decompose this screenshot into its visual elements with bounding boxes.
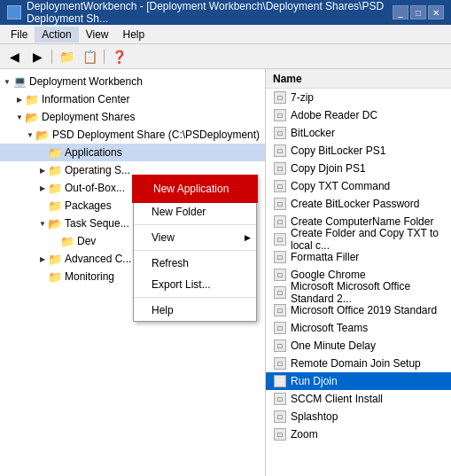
right-item-remote-domain[interactable]: □ Remote Domain Join Setup [266, 355, 451, 372]
maximize-button[interactable]: □ [410, 5, 426, 20]
right-item-adobe-reader[interactable]: □ Adobe Reader DC [266, 106, 451, 124]
right-item-label-computername: Create ComputerName Folder [291, 215, 433, 228]
ctx-new-application[interactable]: New Application [134, 176, 256, 201]
tree-label-psd-deployment: PSD Deployment Share (C:\PSDeployment) [52, 129, 260, 141]
right-item-label-sccm: SCCM Client Install [291, 393, 383, 405]
pc-icon [12, 74, 27, 89]
app-icon-adobe: □ [273, 108, 287, 122]
expander-dev [50, 236, 60, 246]
right-item-label-copy-txt: Copy TXT Command [291, 180, 390, 192]
window-controls: _ □ ✕ [393, 5, 444, 20]
menu-file[interactable]: File [4, 27, 35, 43]
app-icon [7, 5, 21, 20]
right-item-create-folder-copy[interactable]: □ Create Folder and Copy TXT to local c.… [266, 230, 451, 248]
app-icon-create-bitlocker: □ [273, 197, 287, 211]
right-item-label-create-folder: Create Folder and Copy TXT to local c... [291, 227, 444, 252]
right-list: □ 7-zip □ Adobe Reader DC □ BitLocker □ … [266, 89, 451, 476]
expander-deployment-shares: ▼ [14, 112, 25, 122]
expander-packages [37, 200, 48, 211]
right-item-7zip[interactable]: □ 7-zip [266, 89, 451, 106]
tree-item-applications[interactable]: Applications [0, 144, 265, 161]
copy-button[interactable]: 📋 [79, 47, 100, 66]
right-item-label-zoom: Zoom [291, 428, 318, 441]
app-icon-zoom: □ [273, 427, 287, 441]
expander-applications [37, 147, 48, 158]
app-icon-teams: □ [273, 321, 287, 335]
forward-button[interactable]: ▶ [27, 47, 48, 66]
app-icon-splashtop: □ [273, 410, 287, 424]
right-item-create-bitlocker[interactable]: □ Create BitLocker Password [266, 195, 451, 213]
title-bar: DeploymentWorkbench - [Deployment Workbe… [0, 0, 451, 25]
folder-button[interactable]: 📁 [56, 47, 77, 66]
expander-operating-systems: ▶ [37, 165, 48, 176]
folder-icon-task-seq [48, 216, 62, 230]
folder-icon-os [48, 163, 62, 177]
menu-view[interactable]: View [79, 27, 116, 43]
right-item-label-office2: Microsoft Microsoft Office Standard 2... [291, 280, 444, 305]
tree-item-deployment-workbench[interactable]: ▼ Deployment Workbench [0, 73, 265, 90]
ctx-separator-1 [134, 224, 256, 225]
tree-item-deployment-shares[interactable]: ▼ Deployment Shares [0, 108, 265, 126]
folder-icon-psd [35, 128, 50, 142]
right-item-label-office2019: Microsoft Office 2019 Standard [291, 304, 437, 316]
folder-icon-oob [48, 181, 62, 195]
right-item-copy-djoin[interactable]: □ Copy Djoin PS1 [266, 160, 451, 177]
menu-action[interactable]: Action [35, 27, 78, 43]
menu-help[interactable]: Help [116, 27, 152, 43]
tree-label-dev: Dev [77, 235, 96, 247]
right-item-copy-bitlocker[interactable]: □ Copy BitLocker PS1 [266, 142, 451, 160]
app-icon-office2019: □ [273, 303, 287, 317]
right-item-copy-txt[interactable]: □ Copy TXT Command [266, 177, 451, 195]
right-item-zoom[interactable]: □ Zoom [266, 425, 451, 443]
app-icon-computername: □ [273, 215, 287, 229]
left-pane: ▼ Deployment Workbench ▶ Information Cen… [0, 69, 266, 476]
tree-label-operating-systems: Operating S... [65, 164, 130, 176]
expander-advanced-config: ▶ [37, 254, 48, 264]
ctx-separator-2 [134, 250, 256, 251]
right-item-sccm[interactable]: □ SCCM Client Install [266, 390, 451, 408]
right-item-label-copy-djoin: Copy Djoin PS1 [291, 162, 366, 175]
right-item-ms-office-standard2[interactable]: □ Microsoft Microsoft Office Standard 2.… [266, 284, 451, 301]
right-item-label-splashtop: Splashtop [291, 410, 338, 423]
menu-bar: File Action View Help [0, 25, 451, 44]
folder-icon-dev [60, 234, 74, 248]
ctx-help[interactable]: Help [134, 300, 256, 321]
right-pane-header-label: Name [273, 73, 302, 85]
right-item-bitlocker[interactable]: □ BitLocker [266, 124, 451, 142]
tree-label-applications: Applications [65, 146, 122, 159]
tree-item-information-center[interactable]: ▶ Information Center [0, 90, 265, 108]
expander-monitoring [37, 271, 48, 282]
right-item-ms-teams[interactable]: □ Microsoft Teams [266, 319, 451, 337]
tree-label-monitoring: Monitoring [65, 270, 114, 283]
ctx-new-folder[interactable]: New Folder [134, 201, 256, 222]
toolbar-separator-2 [104, 50, 105, 64]
ctx-view[interactable]: View [134, 227, 256, 248]
ctx-export-list[interactable]: Export List... [134, 274, 256, 295]
right-pane-header: Name [266, 69, 451, 89]
right-item-ms-office-2019[interactable]: □ Microsoft Office 2019 Standard [266, 301, 451, 319]
close-button[interactable]: ✕ [428, 5, 444, 20]
toolbar: ◀ ▶ 📁 📋 ❓ [0, 44, 451, 69]
right-item-run-djoin[interactable]: □ Run Djoin [266, 372, 451, 390]
right-item-label-delay: One Minute Delay [291, 339, 376, 352]
right-item-label-remote-domain: Remote Domain Join Setup [291, 357, 421, 370]
right-item-label-adobe: Adobe Reader DC [291, 109, 377, 121]
right-item-label-run-djoin: Run Djoin [291, 375, 338, 387]
context-menu: New Application New Folder View Refresh … [133, 176, 257, 322]
help-button[interactable]: ❓ [108, 47, 129, 66]
right-item-splashtop[interactable]: □ Splashtop [266, 408, 451, 425]
folder-icon-information [25, 92, 39, 106]
app-icon-delay: □ [273, 339, 287, 353]
app-icon-create-folder: □ [273, 232, 287, 246]
app-icon-7zip: □ [273, 90, 287, 105]
right-item-label-teams: Microsoft Teams [291, 322, 368, 334]
expander-information-center: ▶ [14, 94, 25, 105]
app-icon-copy-txt: □ [273, 179, 287, 193]
ctx-refresh[interactable]: Refresh [134, 253, 256, 274]
back-button[interactable]: ◀ [4, 47, 25, 66]
tree-label-deployment-shares: Deployment Shares [42, 111, 135, 123]
tree-item-psd-deployment-share[interactable]: ▼ PSD Deployment Share (C:\PSDeployment) [0, 126, 265, 144]
tree-label-task-sequences: Task Seque... [65, 217, 129, 230]
minimize-button[interactable]: _ [393, 5, 408, 20]
right-item-one-minute-delay[interactable]: □ One Minute Delay [266, 337, 451, 355]
